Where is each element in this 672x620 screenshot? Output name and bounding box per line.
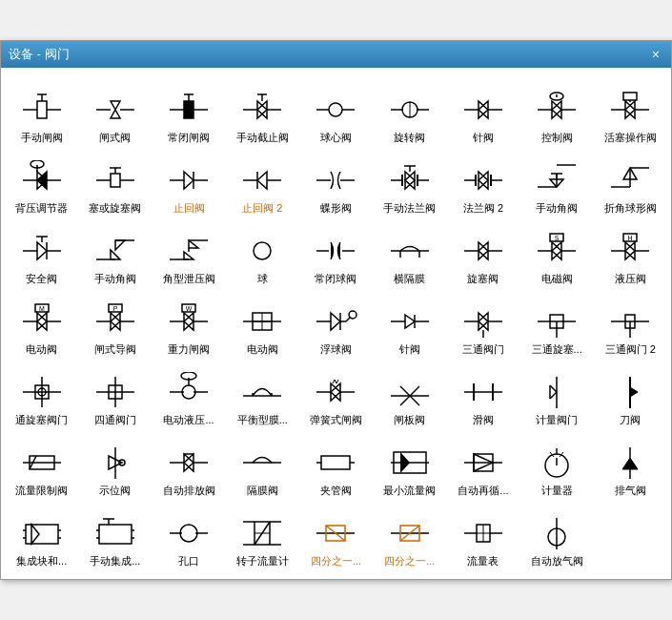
svg-marker-133 (111, 313, 120, 330)
valve-item-36[interactable]: 三通阀门 2 (595, 289, 666, 358)
valve-item-57[interactable]: 孔口 (153, 501, 224, 569)
valve-item-22[interactable]: 球 (227, 218, 298, 287)
valve-label-3: 常闭闸阀 (168, 132, 210, 144)
valve-label-9: 活塞操作阀 (604, 132, 657, 144)
valve-symbol-21 (165, 231, 213, 271)
valve-item-18[interactable]: 折角球形阀 (595, 148, 666, 217)
valve-symbol-47 (92, 443, 139, 483)
valve-label-61: 流量表 (467, 555, 499, 568)
valve-item-17[interactable]: 手动角阀 (521, 148, 593, 217)
valve-item-47[interactable]: 示位阀 (79, 430, 151, 499)
valve-item-58[interactable]: 转子流量计 (227, 501, 298, 569)
valve-item-29[interactable]: P闸式导阀 (79, 289, 151, 358)
close-button[interactable]: × (648, 47, 663, 62)
valve-label-32: 浮球阀 (320, 343, 352, 356)
valve-item-56[interactable]: 手动集成... (79, 501, 151, 569)
valve-item-33[interactable]: 针阀 (374, 289, 445, 358)
valve-label-10: 背压调节器 (15, 202, 68, 215)
valve-item-28[interactable]: M电动阀 (6, 289, 77, 358)
valve-item-41[interactable]: 弹簧式闸阀 (300, 360, 372, 428)
valve-item-9[interactable]: 活塞操作阀 (595, 77, 666, 146)
svg-marker-28 (479, 101, 488, 118)
valve-symbol-1 (18, 90, 66, 130)
valve-symbol-34 (459, 301, 507, 341)
svg-text:M: M (39, 305, 45, 312)
valve-item-21[interactable]: 角型泄压阀 (153, 218, 224, 287)
valve-item-15[interactable]: 手动法兰阀 (374, 148, 445, 217)
valve-item-26[interactable]: S电磁阀 (521, 218, 593, 287)
valve-item-51[interactable]: 最小流量阀 (374, 430, 445, 499)
valve-item-1[interactable]: 手动闸阀 (6, 77, 77, 146)
svg-marker-100 (184, 252, 193, 259)
svg-marker-115 (552, 242, 561, 259)
valve-item-7[interactable]: 针阀 (447, 77, 519, 146)
valve-item-35[interactable]: 三通旋塞... (521, 289, 593, 358)
valve-item-49[interactable]: 隔膜阀 (227, 430, 298, 499)
valve-item-38[interactable]: 四通阀门 (79, 360, 151, 428)
valve-item-52[interactable]: 自动再循... (447, 430, 519, 499)
valve-item-10[interactable]: 背压调节器 (6, 148, 77, 217)
window: 设备 - 阀门 × 手动闸阀闸式阀常闭闸阀手动截止阀球心阀旋转阀针阀控制阀活塞操… (0, 40, 672, 580)
valve-item-25[interactable]: 旋塞阀 (447, 218, 519, 287)
valve-item-43[interactable]: 滑阀 (447, 360, 519, 428)
valve-item-20[interactable]: 手动角阀 (79, 218, 151, 287)
valve-symbol-51 (386, 443, 434, 483)
valve-label-15: 手动法兰阀 (383, 202, 436, 215)
valve-label-46: 流量限制阀 (15, 485, 68, 497)
valve-item-14[interactable]: 蝶形阀 (300, 148, 372, 217)
valve-label-13: 止回阀 2 (242, 202, 282, 215)
valve-item-34[interactable]: 三通阀门 (447, 289, 519, 358)
valve-label-51: 最小流量阀 (383, 485, 436, 497)
valve-item-32[interactable]: 浮球阀 (300, 289, 372, 358)
valve-symbol-27: H (606, 231, 654, 271)
valve-item-3[interactable]: 常闭闸阀 (153, 77, 224, 146)
valve-item-31[interactable]: 电动阀 (227, 289, 298, 358)
valve-label-41: 弹簧式闸阀 (310, 414, 362, 426)
valve-item-6[interactable]: 旋转阀 (374, 77, 445, 146)
valve-item-23[interactable]: 常闭球阀 (300, 218, 372, 287)
valve-item-44[interactable]: 计量阀门 (521, 360, 593, 428)
svg-rect-211 (321, 456, 350, 469)
valve-item-48[interactable]: 自动排放阀 (153, 430, 224, 499)
valve-item-12[interactable]: 止回阀 (153, 148, 224, 217)
valve-symbol-36 (606, 301, 654, 341)
valve-item-16[interactable]: 法兰阀 2 (447, 148, 519, 217)
valve-label-60: 四分之一... (384, 555, 435, 568)
valve-item-24[interactable]: 横隔膜 (374, 218, 445, 287)
valve-item-8[interactable]: 控制阀 (521, 77, 593, 146)
svg-marker-96 (111, 250, 120, 259)
valve-label-56: 手动集成... (90, 555, 140, 568)
valve-item-5[interactable]: 球心阀 (300, 77, 372, 146)
svg-point-103 (254, 242, 271, 259)
svg-marker-207 (184, 454, 193, 471)
valve-symbol-56 (92, 513, 139, 553)
valve-item-37[interactable]: 通旋塞阀门 (6, 360, 77, 428)
valve-item-19[interactable]: 安全阀 (6, 218, 77, 287)
valve-item-46[interactable]: 流量限制阀 (6, 430, 77, 499)
valve-item-2[interactable]: 闸式阀 (79, 77, 151, 146)
valve-label-21: 角型泄压阀 (163, 273, 215, 285)
valve-item-4[interactable]: 手动截止阀 (227, 77, 298, 146)
valve-item-62[interactable]: 自动放气阀 (521, 501, 593, 569)
valve-item-39[interactable]: 电动液压... (153, 360, 224, 428)
valve-symbol-16 (459, 160, 507, 200)
valve-item-61[interactable]: 流量表 (447, 501, 519, 569)
valve-item-59[interactable]: 四分之一... (300, 501, 372, 569)
valve-symbol-18 (606, 160, 654, 200)
valve-item-50[interactable]: 夹管阀 (300, 430, 372, 499)
valve-item-40[interactable]: 平衡型膜... (227, 360, 298, 428)
valve-item-53[interactable]: 计量器 (521, 430, 593, 499)
valve-item-54[interactable]: 排气阀 (595, 430, 666, 499)
svg-marker-16 (257, 101, 267, 118)
valve-item-13[interactable]: 止回阀 2 (227, 148, 298, 217)
valve-item-11[interactable]: 塞或旋塞阀 (79, 148, 151, 217)
valve-item-60[interactable]: 四分之一... (374, 501, 445, 569)
valve-item-55[interactable]: 集成块和... (6, 501, 77, 569)
svg-marker-111 (479, 242, 488, 259)
svg-marker-76 (479, 172, 488, 189)
valve-item-30[interactable]: W重力闸阀 (153, 289, 224, 358)
valve-item-45[interactable]: 刀阀 (595, 360, 666, 428)
valve-item-27[interactable]: H液压阀 (595, 218, 666, 287)
valve-label-33: 针阀 (399, 343, 420, 356)
valve-item-42[interactable]: 闸板阀 (374, 360, 445, 428)
